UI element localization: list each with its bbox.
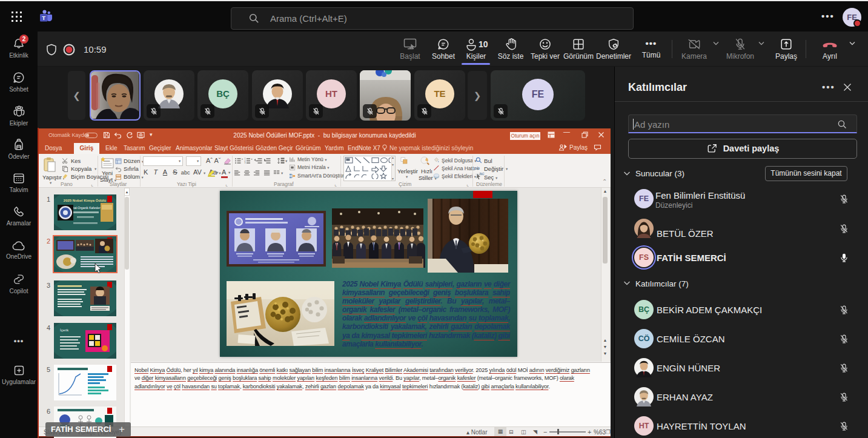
svg-text:İçerik: İçerik bbox=[60, 328, 69, 332]
svg-text:Metal-Organik Kafesler: Metal-Organik Kafesler bbox=[69, 206, 100, 210]
svg-text:3: 3 bbox=[245, 162, 246, 164]
svg-text:▾: ▾ bbox=[242, 158, 243, 161]
svg-text:T: T bbox=[42, 15, 45, 21]
svg-text:▾: ▾ bbox=[251, 158, 253, 161]
svg-text:2025 Nobel Kimya Ödülü: 2025 Nobel Kimya Ödülü bbox=[64, 199, 107, 202]
